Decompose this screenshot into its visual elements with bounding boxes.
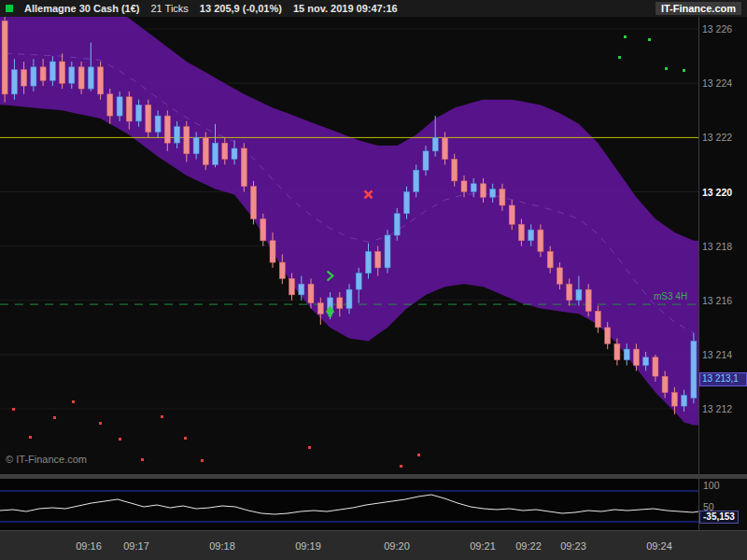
candle — [385, 235, 390, 268]
time-axis — [0, 530, 747, 560]
header-bar: Allemagne 30 Cash (1€) 21 Ticks 13 205,9… — [0, 0, 747, 17]
candle — [518, 224, 524, 240]
red-signal-dot — [72, 400, 75, 403]
trading-chart-window: Allemagne 30 Cash (1€) 21 Ticks 13 205,9… — [0, 0, 747, 560]
candle — [614, 343, 620, 359]
red-signal-dot — [184, 437, 187, 440]
candle — [500, 189, 505, 205]
candle — [567, 284, 572, 300]
candle — [60, 62, 65, 83]
red-signal-dot — [119, 438, 121, 441]
red-signal-dot — [417, 454, 420, 456]
candle — [576, 289, 582, 301]
candle — [394, 214, 400, 235]
candle — [624, 349, 629, 360]
candle — [443, 137, 448, 159]
candle — [146, 105, 151, 133]
candle — [366, 252, 372, 273]
candle — [289, 279, 295, 295]
green-signal-dot — [665, 67, 668, 70]
candle — [69, 67, 75, 83]
candle — [529, 230, 534, 241]
indicator-value-tag: -35,153 — [699, 511, 739, 524]
candle — [222, 143, 228, 159]
red-signal-dot — [308, 446, 311, 449]
candle — [126, 97, 132, 121]
candle — [404, 192, 410, 214]
red-signal-dot — [400, 465, 402, 468]
candle — [423, 151, 429, 170]
candle — [471, 184, 476, 192]
watermark: © IT-Finance.com — [6, 454, 87, 465]
candle — [175, 127, 180, 143]
indicator-panel-background — [0, 479, 698, 530]
candle — [279, 262, 285, 278]
green-signal-dot — [624, 35, 627, 38]
candle — [49, 62, 55, 80]
red-signal-dot — [29, 436, 32, 439]
candle — [671, 393, 677, 407]
datetime-label: 15 nov. 2019 09:47:16 — [293, 3, 398, 14]
candle — [605, 328, 611, 343]
instrument-name: Allemagne 30 Cash (1€) — [24, 3, 140, 14]
candle — [136, 105, 142, 121]
candle — [662, 376, 668, 392]
candle — [184, 127, 190, 154]
candle — [432, 137, 438, 151]
candle — [595, 311, 600, 327]
candle — [547, 252, 553, 268]
candle — [308, 284, 314, 302]
candle — [452, 160, 458, 181]
candle — [107, 94, 113, 116]
candle — [31, 67, 36, 86]
candle — [213, 143, 218, 164]
candle — [538, 230, 543, 251]
candle — [509, 205, 514, 224]
candle — [337, 298, 343, 309]
price-chart-canvas[interactable] — [0, 0, 747, 560]
candle — [643, 357, 649, 366]
candle — [461, 181, 467, 192]
candle — [356, 273, 361, 289]
candle — [241, 148, 247, 187]
candle — [557, 268, 562, 284]
red-signal-dot — [161, 415, 163, 418]
candle — [299, 284, 304, 295]
candle — [691, 341, 697, 398]
timeframe-label: 21 Ticks — [151, 3, 189, 14]
red-signal-dot — [201, 459, 204, 462]
red-signal-dot — [99, 422, 102, 425]
candle — [164, 116, 170, 143]
candle — [261, 219, 266, 241]
green-signal-dot — [618, 56, 621, 59]
red-signal-dot — [12, 408, 15, 411]
candle — [682, 396, 687, 407]
candle — [653, 357, 658, 376]
instrument-status-icon — [6, 5, 13, 12]
candle — [232, 148, 237, 160]
candle — [21, 70, 27, 86]
candle — [490, 189, 496, 198]
brand-link[interactable]: IT-Finance.com — [655, 2, 741, 15]
candle — [11, 70, 17, 94]
candle — [375, 252, 381, 268]
candle — [193, 137, 199, 153]
candle — [98, 67, 104, 94]
candle — [78, 67, 84, 89]
candle — [346, 289, 352, 308]
candle — [270, 241, 275, 262]
candle — [481, 184, 486, 198]
panel-splitter[interactable] — [0, 474, 747, 479]
candle — [155, 116, 161, 132]
red-signal-dot — [53, 416, 56, 419]
candle — [117, 97, 122, 116]
green-signal-dot — [648, 38, 651, 41]
red-signal-dot — [141, 458, 144, 461]
candle — [414, 170, 419, 191]
candle — [633, 349, 639, 365]
candle — [40, 67, 46, 81]
candle — [203, 137, 208, 164]
candle — [317, 303, 323, 315]
candle — [251, 187, 257, 219]
candle — [2, 21, 7, 94]
